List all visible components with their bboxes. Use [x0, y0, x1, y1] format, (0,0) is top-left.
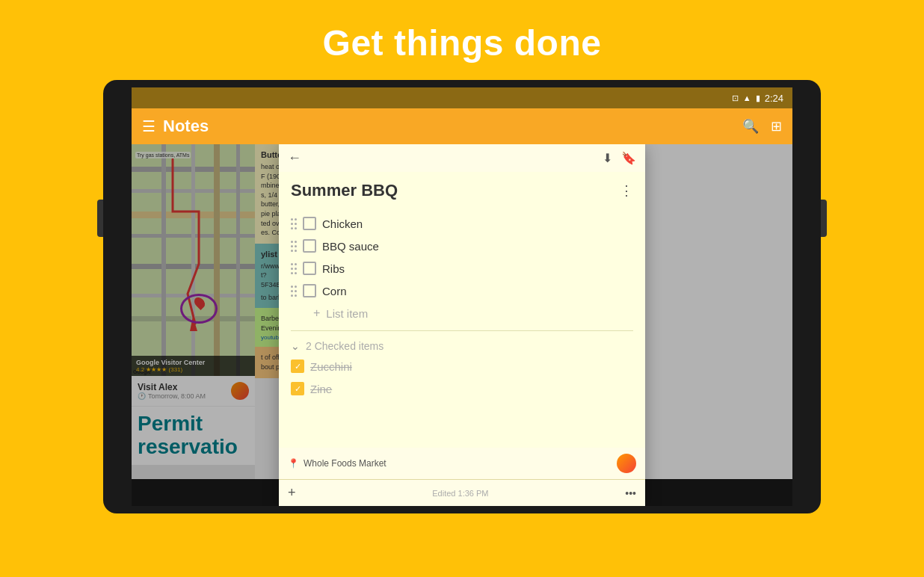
status-icons: ⊡ ▲ ▮ 2:24	[732, 93, 783, 104]
signal-icon: ⊡	[732, 93, 739, 103]
app-bar-left: ☰ Notes	[142, 117, 742, 136]
modal-actions: ⬇ 🔖	[603, 151, 636, 165]
item-text-4: Corn	[322, 285, 347, 297]
tablet-frame: ⊡ ▲ ▮ 2:24 ☰ Notes 🔍 ⊞	[103, 80, 821, 513]
add-icon: +	[313, 306, 320, 320]
checkbox-3[interactable]	[303, 262, 316, 275]
checkbox-6[interactable]	[291, 382, 304, 395]
modal-body: Summer BBQ ⋮	[279, 172, 645, 448]
battery-icon: ▮	[756, 93, 760, 103]
add-item-placeholder: List item	[326, 307, 368, 320]
screen: ⊡ ▲ ▮ 2:24 ☰ Notes 🔍 ⊞	[132, 87, 792, 506]
add-item-row[interactable]: + List item	[291, 302, 633, 324]
add-bottom-icon[interactable]: +	[288, 485, 296, 501]
list-item: Zucchini	[291, 355, 633, 377]
list-item: Ribs	[291, 257, 633, 280]
bookmark-icon[interactable]: 🔖	[621, 151, 636, 165]
tablet-button-right	[821, 200, 827, 237]
edited-text: Edited 1:36 PM	[432, 489, 488, 498]
download-icon[interactable]: ⬇	[603, 151, 612, 165]
modal-footer: 📍 Whole Foods Market	[279, 448, 645, 479]
divider	[291, 330, 633, 331]
checkbox-2[interactable]	[303, 239, 316, 253]
checklist: Chicken BBQ sauce	[291, 212, 633, 324]
location-text: Whole Foods Market	[304, 458, 386, 469]
drag-handle[interactable]	[291, 263, 297, 274]
app-bar-right: 🔍 ⊞	[742, 118, 782, 135]
drag-handle[interactable]	[291, 218, 297, 229]
drag-handle[interactable]	[291, 241, 297, 252]
modal-title: Summer BBQ	[291, 181, 398, 200]
list-item: Corn	[291, 280, 633, 302]
location-pin-icon: 📍	[288, 458, 299, 469]
tablet-button-left	[97, 200, 103, 237]
modal-overlay: ← ⬇ 🔖 Summer BBQ ⋮	[132, 144, 792, 506]
hamburger-icon[interactable]: ☰	[142, 117, 155, 135]
drag-handle[interactable]	[291, 286, 297, 297]
list-item: Zine	[291, 377, 633, 400]
wifi-icon: ▲	[743, 93, 751, 102]
footer-location[interactable]: 📍 Whole Foods Market	[288, 458, 386, 469]
modal: ← ⬇ 🔖 Summer BBQ ⋮	[279, 144, 645, 506]
app-title: Notes	[163, 117, 209, 136]
more-vert-icon[interactable]: ⋮	[620, 182, 633, 199]
footer-avatar	[617, 454, 636, 473]
list-item: BBQ sauce	[291, 235, 633, 257]
item-text-1: Chicken	[322, 217, 363, 230]
status-time: 2:24	[765, 93, 783, 104]
grid-icon[interactable]: ⊞	[771, 118, 782, 135]
item-text-5: Zucchini	[310, 360, 352, 373]
status-bar: ⊡ ▲ ▮ 2:24	[132, 87, 792, 108]
modal-bottom-bar: + Edited 1:36 PM •••	[279, 479, 645, 506]
chevron-down-icon: ⌄	[291, 340, 300, 352]
headline: Get things done	[323, 22, 602, 64]
checkbox-4[interactable]	[303, 284, 316, 297]
modal-topbar: ← ⬇ 🔖	[279, 144, 645, 172]
modal-title-row: Summer BBQ ⋮	[291, 181, 633, 200]
list-item: Chicken	[291, 212, 633, 235]
item-text-3: Ribs	[322, 262, 345, 275]
checkbox-5[interactable]	[291, 360, 304, 373]
modal-back-icon[interactable]: ←	[288, 150, 301, 166]
item-text-6: Zine	[310, 383, 332, 395]
main-content: Try gas stations, ATMs Google Google Vis…	[132, 144, 792, 506]
checked-items: Zucchini Zine	[291, 355, 633, 400]
item-text-2: BBQ sauce	[322, 240, 379, 253]
checked-count: 2 Checked items	[306, 340, 384, 352]
app-bar: ☰ Notes 🔍 ⊞	[132, 108, 792, 144]
search-icon[interactable]: 🔍	[742, 118, 759, 135]
checkbox-1[interactable]	[303, 217, 316, 230]
bottom-more-icon[interactable]: •••	[625, 487, 636, 499]
checked-section-header[interactable]: ⌄ 2 Checked items	[291, 337, 633, 355]
